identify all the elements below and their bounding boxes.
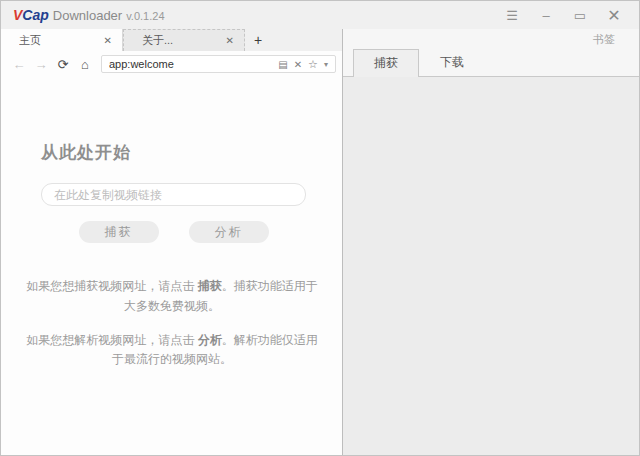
minimize-icon: –: [542, 8, 549, 23]
page-title: 从此处开始: [41, 141, 321, 164]
bookmark-star-icon[interactable]: ☆: [305, 58, 321, 71]
home-icon: ⌂: [81, 57, 89, 72]
app-name: Downloader: [53, 8, 122, 23]
brand-cap: Cap: [22, 7, 48, 23]
capture-description: 如果您想捕获视频网址，请点击 捕获。捕获功能适用于大多数免费视频。: [22, 277, 322, 317]
refresh-icon: ⟳: [58, 57, 69, 72]
bookmarks-link[interactable]: 书签: [593, 32, 615, 47]
bookmarks-row: 书签: [343, 29, 639, 49]
tab-home-close-icon[interactable]: ✕: [100, 35, 116, 46]
analyze-button[interactable]: 分析: [189, 221, 269, 243]
video-link-input[interactable]: [41, 183, 306, 206]
panel-content: [343, 77, 639, 455]
maximize-button[interactable]: ▭: [563, 3, 597, 27]
address-input[interactable]: [109, 58, 275, 70]
tab-home[interactable]: 主页 ✕: [1, 29, 123, 51]
welcome-page: 从此处开始 捕获 分析 如果您想捕获视频网址，请点击 捕获。捕获功能适用于大多数…: [1, 77, 342, 455]
analyze-desc-pre: 如果您想解析视频网址，请点击: [26, 333, 197, 347]
forward-button[interactable]: →: [31, 54, 51, 74]
side-panel: 书签 捕获 下载: [343, 29, 639, 455]
brand-letter-v: V: [13, 7, 22, 23]
capture-button[interactable]: 捕获: [79, 221, 159, 243]
hamburger-menu-icon: ☰: [506, 8, 518, 23]
new-tab-button[interactable]: +: [245, 29, 271, 51]
app-version: v.0.1.24: [126, 10, 164, 22]
panel-tabs: 捕获 下载: [343, 49, 639, 77]
app-window: VCap Downloader v.0.1.24 ☰ – ▭ ✕ 主页 ✕ 关于…: [0, 0, 640, 456]
tab-about-close-icon[interactable]: ✕: [222, 35, 238, 46]
analyze-description: 如果您想解析视频网址，请点击 分析。解析功能仅适用于最流行的视频网站。: [22, 331, 322, 371]
tab-home-label: 主页: [19, 33, 100, 48]
brand-logo: VCap: [13, 7, 49, 23]
title-bar: VCap Downloader v.0.1.24 ☰ – ▭ ✕: [1, 1, 639, 29]
back-arrow-icon: ←: [13, 57, 26, 72]
address-bar[interactable]: ▤ ✕ ☆ ▾: [101, 55, 336, 73]
maximize-icon: ▭: [574, 8, 586, 23]
minimize-button[interactable]: –: [529, 3, 563, 27]
capture-desc-pre: 如果您想捕获视频网址，请点击: [26, 279, 197, 293]
address-dropdown-icon[interactable]: ▾: [321, 60, 331, 69]
close-button[interactable]: ✕: [597, 3, 631, 27]
capture-desc-bold: 捕获: [198, 279, 222, 293]
analyze-desc-bold: 分析: [198, 333, 222, 347]
plus-icon: +: [254, 32, 262, 48]
home-button[interactable]: ⌂: [75, 54, 95, 74]
refresh-button[interactable]: ⟳: [53, 54, 73, 74]
forward-arrow-icon: →: [35, 57, 48, 72]
paste-icon[interactable]: ▤: [275, 59, 290, 70]
action-buttons: 捕获 分析: [41, 221, 306, 243]
panel-tab-capture[interactable]: 捕获: [353, 49, 419, 77]
close-icon: ✕: [607, 6, 620, 25]
browser-pane: 主页 ✕ 关于... ✕ + ← → ⟳ ⌂ ▤ ✕ ☆: [1, 29, 343, 455]
app-logo: VCap Downloader v.0.1.24: [13, 7, 165, 23]
window-controls: ☰ – ▭ ✕: [495, 3, 631, 27]
tab-about-label: 关于...: [142, 33, 222, 48]
main-split: 主页 ✕ 关于... ✕ + ← → ⟳ ⌂ ▤ ✕ ☆: [1, 29, 639, 455]
browser-tab-strip: 主页 ✕ 关于... ✕ +: [1, 29, 342, 51]
tab-about[interactable]: 关于... ✕: [123, 29, 245, 51]
panel-tab-download[interactable]: 下载: [419, 49, 485, 76]
navigation-bar: ← → ⟳ ⌂ ▤ ✕ ☆ ▾: [1, 51, 342, 77]
back-button[interactable]: ←: [9, 54, 29, 74]
clear-url-icon[interactable]: ✕: [291, 59, 305, 70]
menu-button[interactable]: ☰: [495, 3, 529, 27]
